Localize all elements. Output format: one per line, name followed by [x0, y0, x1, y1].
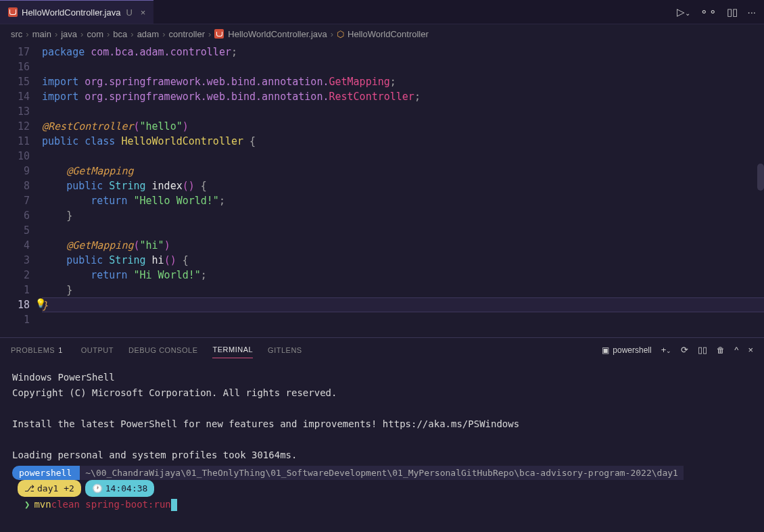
terminal-selector[interactable]: ▣ powershell — [602, 345, 651, 355]
editor-tab-bar: HelloWorldController.java U × ▷⌄ ⚬⚬ ▯▯ ·… — [0, 0, 764, 24]
bc-item[interactable]: main — [32, 29, 51, 39]
editor-tab[interactable]: HelloWorldController.java U × — [0, 0, 153, 24]
code-editor[interactable]: 17 16 15 14 13 12 11 10 9 8 7 6 5 4 3 2 … — [0, 43, 764, 337]
bc-item[interactable]: src — [11, 29, 22, 39]
command-input-line[interactable]: ❯ mvn clean spring-boot:run — [24, 497, 752, 512]
prompt-line-1: powershell ~\00_ChandraWijaya\01_TheOnly… — [12, 466, 752, 480]
new-terminal-icon[interactable]: +⌄ — [661, 345, 672, 355]
split-editor-icon[interactable]: ▯▯ — [727, 6, 738, 18]
prompt-arrow-icon: ❯ — [24, 497, 30, 512]
bc-symbol[interactable]: HelloWorldController — [348, 29, 429, 39]
terminal-content[interactable]: Windows PowerShell Copyright (C) Microso… — [0, 362, 764, 532]
terminal-icon: ▣ — [602, 345, 609, 355]
bc-item[interactable]: java — [61, 29, 77, 39]
bc-item[interactable]: bca — [113, 29, 127, 39]
trash-icon[interactable]: 🗑 — [717, 345, 725, 355]
prompt-line-2: ⎇ day1 +2 🕐 14:04:38 — [18, 480, 752, 497]
refresh-icon[interactable]: ⟳ — [681, 345, 688, 355]
lightbulb-icon[interactable]: 💡 — [35, 296, 46, 311]
tab-terminal[interactable]: TERMINAL — [212, 341, 253, 358]
close-icon[interactable]: × — [141, 7, 146, 18]
close-panel-icon[interactable]: × — [748, 345, 753, 355]
tab-filename: HelloWorldController.java — [22, 7, 120, 18]
java-file-icon — [8, 7, 18, 17]
tab-gitlens[interactable]: GITLENS — [268, 342, 302, 358]
code-area[interactable]: package com.bca.adam.controller; import … — [42, 43, 764, 337]
breadcrumb[interactable]: src› main› java› com› bca› adam› control… — [0, 24, 764, 43]
tab-problems[interactable]: PROBLEMS1 — [11, 342, 66, 358]
terminal-cursor — [171, 499, 177, 511]
bottom-panel: PROBLEMS1 OUTPUT DEBUG CONSOLE TERMINAL … — [0, 337, 764, 532]
more-icon[interactable]: ··· — [747, 6, 756, 18]
tab-output[interactable]: OUTPUT — [81, 342, 114, 358]
time-badge: 🕐 14:04:38 — [85, 480, 155, 497]
tab-modified-indicator: U — [126, 7, 132, 18]
editor-actions: ▷⌄ ⚬⚬ ▯▯ ··· — [669, 6, 764, 18]
cwd-path: ~\00_ChandraWijaya\01_TheOnlyThing\01_So… — [80, 466, 684, 480]
line-gutter: 17 16 15 14 13 12 11 10 9 8 7 6 5 4 3 2 … — [0, 43, 42, 337]
maximize-panel-icon[interactable]: ^ — [734, 345, 738, 355]
scrollbar-thumb[interactable] — [757, 164, 764, 191]
bc-item[interactable]: controller — [169, 29, 205, 39]
java-file-icon — [214, 29, 224, 39]
shell-badge: powershell — [12, 466, 80, 480]
tab-debug-console[interactable]: DEBUG CONSOLE — [128, 342, 197, 358]
panel-tab-bar: PROBLEMS1 OUTPUT DEBUG CONSOLE TERMINAL … — [0, 338, 764, 362]
bc-file[interactable]: HelloWorldController.java — [228, 29, 327, 39]
bc-item[interactable]: com — [87, 29, 103, 39]
compare-icon[interactable]: ⚬⚬ — [700, 6, 717, 18]
class-icon: ⬡ — [337, 29, 344, 39]
split-terminal-icon[interactable]: ▯▯ — [698, 345, 707, 355]
git-branch-badge: ⎇ day1 +2 — [18, 480, 81, 497]
run-icon[interactable]: ▷⌄ — [677, 6, 690, 18]
bc-item[interactable]: adam — [137, 29, 160, 39]
